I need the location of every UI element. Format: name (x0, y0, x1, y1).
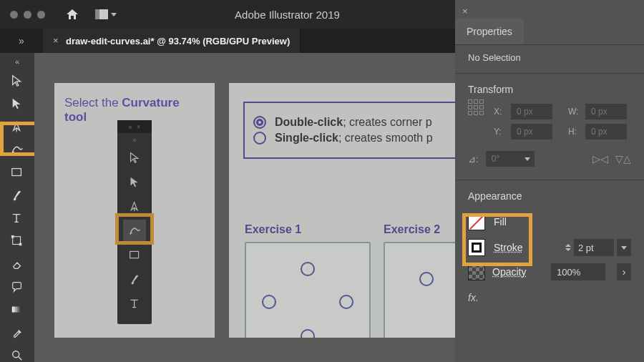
close-tab-icon[interactable]: × (53, 37, 60, 44)
transform-section: Transform X: W: Y: H: (455, 74, 644, 180)
tools-panel: « (0, 53, 34, 362)
eraser-tool[interactable] (6, 253, 29, 275)
opacity-swatch-icon[interactable] (468, 263, 485, 280)
canvas-area[interactable]: Select the Curvature tool «× « Double-cl… (34, 53, 455, 362)
maximize-window[interactable] (37, 11, 45, 19)
symbol-sprayer-tool[interactable] (6, 276, 29, 298)
collapse-toolbar[interactable]: « (15, 57, 19, 66)
properties-panel: × Properties No Selection Transform X: W… (455, 0, 644, 362)
chevron-down-icon (111, 13, 117, 16)
transform-title: Transform (468, 84, 631, 95)
fill-row: Fill (468, 209, 631, 235)
rotate-icon: ⊿: (468, 154, 479, 165)
curvature-tool[interactable] (6, 139, 29, 160)
free-transform-tool[interactable] (6, 230, 29, 252)
zoom-tool[interactable] (6, 345, 29, 362)
x-field[interactable] (511, 104, 552, 119)
appearance-section: Appearance Fill Stroke 2 pt Opacity 100%… (455, 180, 644, 313)
stroke-weight-stepper[interactable] (565, 244, 571, 251)
stroke-label[interactable]: Stroke (494, 242, 522, 253)
stroke-weight-dropdown[interactable] (617, 239, 631, 256)
y-label: Y: (494, 127, 504, 137)
close-window[interactable] (10, 11, 18, 19)
fx-label[interactable]: fx. (468, 292, 631, 303)
h-label: H: (568, 127, 578, 137)
appearance-title: Appearance (468, 190, 631, 202)
x-label: X: (494, 107, 504, 117)
stroke-row: Stroke 2 pt (468, 235, 631, 260)
paintbrush-tool[interactable] (6, 185, 29, 206)
properties-tab[interactable]: Properties (455, 19, 524, 44)
workspace-icon (95, 9, 108, 19)
rectangle-tool[interactable] (6, 162, 29, 183)
opacity-field[interactable]: 100% (551, 263, 605, 280)
type-tool[interactable] (6, 207, 29, 229)
home-button[interactable] (64, 6, 81, 23)
opacity-more-button[interactable]: › (617, 263, 631, 280)
panel-tabs: Properties (455, 19, 644, 45)
rotate-field[interactable] (486, 151, 535, 167)
selection-tool[interactable] (6, 70, 29, 92)
doc-arrange-toggle[interactable]: » (0, 29, 43, 53)
workspace-switcher[interactable] (95, 9, 117, 19)
gradient-tool[interactable] (6, 299, 29, 321)
flip-vertical-button[interactable]: ▽△ (615, 153, 631, 165)
document-tabbar: » × draw-edit-curves.ai* @ 93.74% (RGB/G… (0, 29, 455, 53)
canvas-dim-overlay (34, 53, 455, 362)
reference-point-grid[interactable] (468, 99, 484, 115)
flip-horizontal-button[interactable]: ▷◁ (592, 153, 608, 165)
document-tab-label: draw-edit-curves.ai* @ 93.74% (RGB/GPU P… (66, 36, 290, 47)
h-field[interactable] (585, 124, 627, 140)
chevron-down-icon (525, 157, 530, 161)
fill-label: Fill (494, 216, 507, 228)
opacity-label[interactable]: Opacity (492, 266, 526, 278)
eyedropper-tool[interactable] (6, 322, 29, 343)
close-panel-icon[interactable]: × (462, 6, 468, 16)
opacity-row: Opacity 100% › (468, 263, 631, 280)
pen-tool[interactable] (6, 116, 29, 137)
minimize-window[interactable] (24, 11, 31, 19)
window-controls[interactable] (10, 11, 45, 19)
selection-status: No Selection (455, 45, 644, 74)
stroke-swatch[interactable] (468, 239, 485, 256)
fill-swatch[interactable] (468, 213, 485, 230)
y-field[interactable] (511, 124, 552, 140)
w-field[interactable] (585, 104, 627, 119)
document-tab[interactable]: × draw-edit-curves.ai* @ 93.74% (RGB/GPU… (43, 29, 301, 53)
w-label: W: (568, 107, 578, 117)
stroke-weight-field[interactable]: 2 pt (574, 239, 614, 256)
direct-selection-tool[interactable] (6, 93, 29, 114)
